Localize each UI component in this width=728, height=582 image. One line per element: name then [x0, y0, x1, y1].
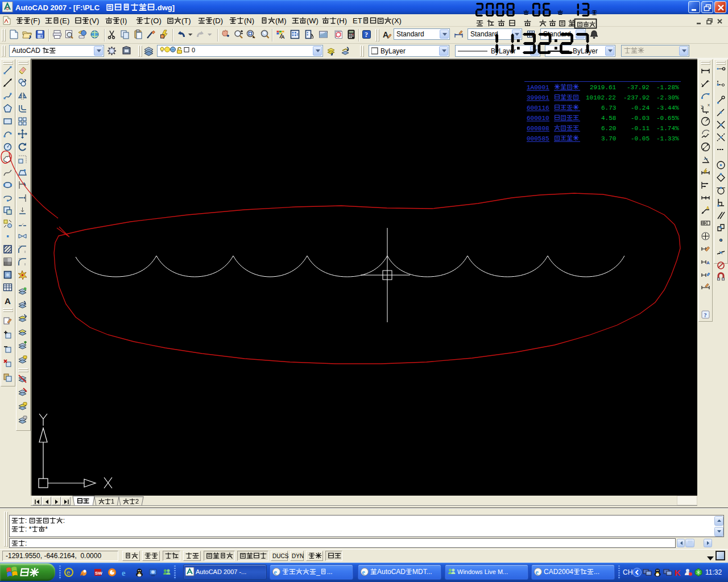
svg-text:e: e — [274, 568, 278, 576]
svg-text:(T): (T) — [181, 16, 191, 25]
svg-text:A: A — [706, 206, 709, 210]
svg-text:Standard: Standard — [470, 30, 498, 38]
svg-text:e: e — [362, 568, 366, 576]
svg-text:e: e — [122, 568, 126, 577]
svg-text:(M): (M) — [275, 16, 287, 25]
svg-text:1: 1 — [111, 498, 114, 505]
svg-text:ByLayer: ByLayer — [491, 47, 516, 55]
svg-text:e: e — [536, 568, 539, 576]
svg-text:(E): (E) — [60, 16, 69, 25]
svg-text:SW: SW — [95, 571, 102, 576]
svg-text:ByLayer: ByLayer — [380, 47, 406, 55]
svg-text:(H): (H) — [337, 16, 347, 25]
svg-text:Y: Y — [701, 105, 703, 108]
svg-text:?: ? — [704, 312, 707, 318]
svg-text:...: ... — [594, 568, 599, 576]
svg-text:: *: : * — [25, 525, 32, 533]
svg-text:A: A — [5, 296, 11, 306]
svg-text:MDT...: MDT... — [412, 568, 432, 576]
svg-text:Standard: Standard — [543, 30, 571, 38]
svg-text::: : — [25, 539, 27, 547]
svg-text:Standard: Standard — [396, 30, 424, 38]
svg-text:0: 0 — [192, 47, 195, 53]
svg-text:K: K — [675, 568, 681, 577]
svg-text:2: 2 — [135, 498, 139, 505]
svg-text:CAD2004: CAD2004 — [544, 568, 573, 576]
svg-text:(O): (O) — [151, 16, 162, 25]
svg-text:AutoCAD 2007 - [F:\PLC: AutoCAD 2007 - [F:\PLC — [15, 3, 100, 12]
svg-text:(W): (W) — [307, 16, 318, 25]
svg-text:Windows Live M...: Windows Live M... — [457, 568, 508, 575]
svg-text::: : — [25, 517, 29, 525]
svg-text:e: e — [67, 569, 70, 576]
svg-text:.dwg]: .dwg] — [155, 3, 175, 12]
svg-text:...: ... — [327, 568, 333, 576]
svg-text:(I): (I) — [120, 16, 127, 25]
svg-text:X: X — [708, 103, 710, 107]
svg-text:AutoCAD: AutoCAD — [377, 568, 406, 576]
svg-text:(D): (D) — [213, 16, 223, 25]
svg-text:?: ? — [365, 31, 368, 39]
svg-text:AutoCAD 2007 -...: AutoCAD 2007 -... — [196, 568, 246, 575]
svg-text:(N): (N) — [244, 16, 254, 25]
svg-text:ET: ET — [353, 16, 362, 25]
svg-text:A: A — [281, 34, 285, 40]
svg-text:(F): (F) — [31, 16, 40, 25]
svg-text:_: _ — [316, 568, 320, 576]
svg-text:(X): (X) — [392, 16, 402, 25]
svg-text:ByLayer: ByLayer — [573, 47, 598, 55]
svg-text::: : — [63, 517, 65, 525]
svg-text:*: * — [45, 525, 48, 533]
svg-text:AutoCAD: AutoCAD — [12, 47, 42, 55]
svg-text:A: A — [706, 260, 710, 265]
svg-text:(V): (V) — [89, 16, 99, 25]
